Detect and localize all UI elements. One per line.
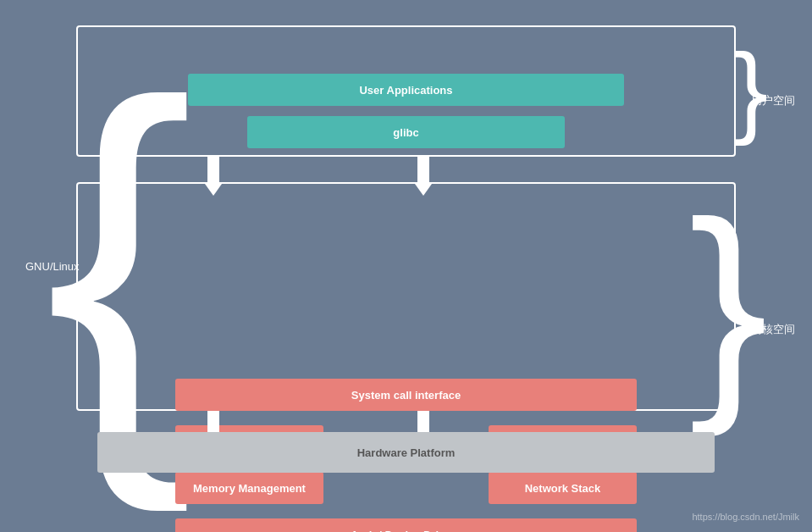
arrow-shaft — [417, 157, 429, 184]
user-applications-box: User Applications — [188, 74, 624, 106]
arch-device-drivers-label: Arch / Device Drivers — [351, 529, 461, 533]
hardware-platform-box: Hardware Platform — [97, 432, 715, 473]
arrow-shaft — [207, 157, 219, 184]
memory-management-box: Memory Management — [175, 472, 323, 504]
memory-management-label: Memory Management — [193, 482, 306, 495]
network-stack-label: Network Stack — [525, 482, 601, 495]
hardware-platform-label: Hardware Platform — [357, 446, 456, 459]
syscall-label: System call interface — [351, 389, 461, 402]
kernel-space-box: System call interface Process Management… — [76, 182, 736, 411]
syscall-box: System call interface — [175, 379, 637, 411]
user-space-box: User Applications glibc — [76, 25, 736, 157]
kernel-space-label: 内核空间 — [751, 322, 795, 337]
user-space-label: 用户空间 — [751, 93, 795, 108]
user-applications-label: User Applications — [359, 84, 452, 97]
network-stack-box: Network Stack — [489, 472, 637, 504]
gnu-linux-label: GNU/Linux — [25, 260, 80, 273]
glibc-box: glibc — [247, 116, 565, 148]
arch-device-drivers-box: Arch / Device Drivers — [175, 518, 637, 532]
user-right-brace: } — [734, 38, 768, 140]
watermark: https://blog.csdn.net/Jmilk — [692, 512, 799, 522]
glibc-label: glibc — [393, 126, 418, 139]
